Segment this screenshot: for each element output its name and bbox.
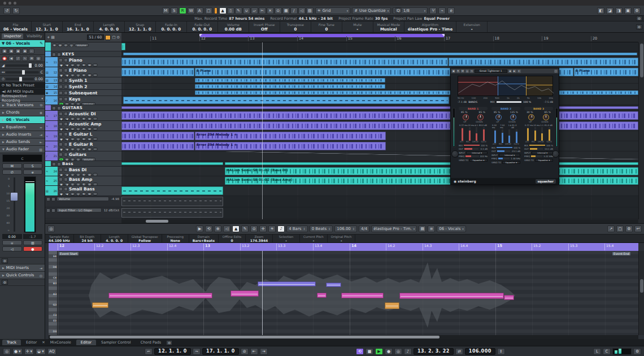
event-row-subsequent[interactable]	[121, 90, 638, 96]
info-field[interactable]: Extension-	[456, 21, 488, 32]
editor-track-dropdown[interactable]: 06 - Vocals▾	[437, 225, 466, 232]
clip[interactable]	[121, 68, 194, 76]
clip[interactable]: HALion Sonic SE 01-02 (Bass Amp)	[225, 177, 638, 185]
editor-open-external-icon[interactable]: ↗	[607, 225, 615, 232]
solo-button[interactable]	[64, 91, 68, 95]
track-row-small-bass[interactable]: ▤26Small Bass●◀⊘◎RW⋯	[45, 186, 121, 196]
freq-bar[interactable]	[498, 158, 510, 159]
clip[interactable]: Error 394 Melody 1 +	[195, 142, 386, 150]
add-track-button[interactable]: +	[47, 35, 50, 40]
editor-info-field[interactable]: Zoom174.3944	[246, 235, 273, 242]
read-button[interactable]: R	[81, 137, 86, 141]
traffic-light-minimize[interactable]	[8, 2, 11, 5]
track-row-keys[interactable]: KEYS	[45, 51, 121, 57]
band-slider[interactable]	[483, 127, 485, 141]
event-row-e-piano[interactable]: E PianoE PianoE Piano	[121, 67, 638, 77]
editor-info-field[interactable]: Sample Rate44.100 kHz	[45, 235, 74, 242]
variaudio-segment-2[interactable]	[108, 293, 212, 298]
clip[interactable]	[195, 78, 385, 83]
play-button[interactable]: ▶	[375, 348, 383, 355]
mute-button[interactable]	[59, 97, 63, 101]
clip[interactable]: HALion Sonic SE 01-02 (Bass DI)	[225, 167, 638, 175]
editor-algorithm-dropdown[interactable]: élastique Pro - Tim.▾	[371, 225, 417, 232]
automation-w-button[interactable]: W	[188, 7, 195, 14]
find-track-icon[interactable]: ⊙	[117, 35, 120, 40]
monitor-button[interactable]: ◀	[64, 173, 69, 176]
record-enable-button[interactable]: ●	[59, 127, 64, 131]
editor-ruler[interactable]: 1212.212.312.41313.213.313.41414.214.314…	[49, 243, 638, 251]
preset-next-icon[interactable]: ▶	[513, 70, 516, 73]
editor-speaker-icon[interactable]: ◁	[223, 225, 230, 232]
edit-channel-icon[interactable]: ✎	[40, 41, 43, 46]
write-button[interactable]: W	[87, 192, 92, 196]
solo-button[interactable]	[64, 85, 68, 89]
down-knob[interactable]	[477, 114, 484, 120]
pre-roll-icon[interactable]: ◎	[394, 348, 402, 355]
timeline-ruler[interactable]: 1112131415161718192021	[121, 33, 638, 42]
punch-in-icon[interactable]: ⇤	[250, 348, 258, 355]
mute-button[interactable]	[52, 162, 56, 166]
mute-button[interactable]	[59, 112, 63, 116]
edit-button[interactable]: ◎	[76, 173, 81, 176]
freeze-button[interactable]: ⊘	[70, 102, 75, 105]
quantize-edit-button[interactable]: e	[447, 7, 455, 14]
write-button[interactable]: W	[87, 127, 92, 131]
zones-setup-icon[interactable]: ▣	[624, 7, 632, 14]
more-button[interactable]: ⋯	[93, 73, 98, 77]
event-row-acoustic-amp[interactable]	[121, 121, 638, 131]
track-row-synth-1[interactable]: ▤13Synth 1	[45, 77, 121, 84]
variaudio-segment-8[interactable]	[385, 302, 399, 309]
freeze-button[interactable]: ⊘	[70, 137, 75, 141]
editor-keyboard-icon[interactable]: ▤	[419, 225, 426, 232]
band-slider[interactable]	[494, 129, 496, 143]
event-row-synth-2[interactable]	[121, 84, 638, 90]
editor-info-field[interactable]: Original Pitch-	[328, 235, 356, 242]
solo-button[interactable]	[64, 97, 68, 101]
read-button[interactable]: R	[81, 183, 86, 185]
editor-play-icon[interactable]: ▶	[196, 225, 203, 232]
variaudio-segment-9[interactable]	[399, 293, 504, 299]
listen-button[interactable]: ▫	[2, 240, 22, 245]
gear-icon[interactable]: ⚙	[2, 280, 8, 285]
clip[interactable]	[121, 58, 448, 66]
freq-bar[interactable]	[465, 155, 478, 157]
editor-info-field[interactable]: Current Pitch-	[300, 235, 328, 242]
write-button[interactable]	[51, 209, 55, 212]
inspector-button[interactable]: ♪	[15, 56, 21, 61]
more-button[interactable]: ⋯	[93, 117, 98, 120]
band-slider[interactable]	[469, 127, 471, 141]
solo-button[interactable]	[64, 112, 68, 116]
redo-icon[interactable]: ↻	[12, 7, 20, 14]
solo-button[interactable]	[64, 58, 68, 62]
band-slider[interactable]	[502, 129, 503, 143]
editor-setup-gear-icon[interactable]: ⚙	[625, 225, 633, 232]
inspector-section-chords[interactable]: ▶Chords≣	[0, 109, 45, 116]
inspector-section-quick-controls[interactable]: ▶Quick Controls◎	[0, 272, 45, 279]
event-row-keys[interactable]	[121, 51, 638, 57]
record-button[interactable]: ●	[385, 348, 393, 355]
clip[interactable]	[449, 58, 638, 66]
track-list-setup-icon[interactable]: ▢	[112, 35, 115, 40]
freeze-button[interactable]: ⊘	[70, 158, 75, 160]
clip[interactable]	[195, 90, 638, 95]
record-enable-button[interactable]: ●	[59, 183, 64, 185]
read-button[interactable]: R	[81, 63, 86, 67]
up-knob[interactable]	[495, 114, 502, 120]
event-row-volume[interactable]	[121, 196, 638, 207]
right-locator-value[interactable]: 17. 1. 1. 0	[202, 348, 239, 355]
mute-button[interactable]	[59, 85, 63, 89]
freeze-button[interactable]: ⊘	[70, 127, 75, 131]
solo-button[interactable]	[64, 187, 68, 191]
line-tool[interactable]: ∕	[290, 7, 298, 14]
down-knob[interactable]	[510, 114, 516, 120]
inspector-button[interactable]: ▣	[15, 49, 21, 54]
preset-prev-icon[interactable]: ◀	[508, 70, 512, 73]
track-presets-icon[interactable]: ▤	[51, 35, 54, 40]
clip[interactable]	[123, 97, 449, 104]
mix-bar[interactable]	[497, 147, 512, 149]
retrospective-recording-dropdown[interactable]: Retrospective Recording▾	[0, 95, 45, 102]
meter-peak-value[interactable]: -1.7	[23, 234, 43, 239]
clip[interactable]	[121, 106, 638, 109]
mute-button[interactable]	[59, 177, 63, 181]
edit-button[interactable]: ◎	[76, 102, 81, 105]
